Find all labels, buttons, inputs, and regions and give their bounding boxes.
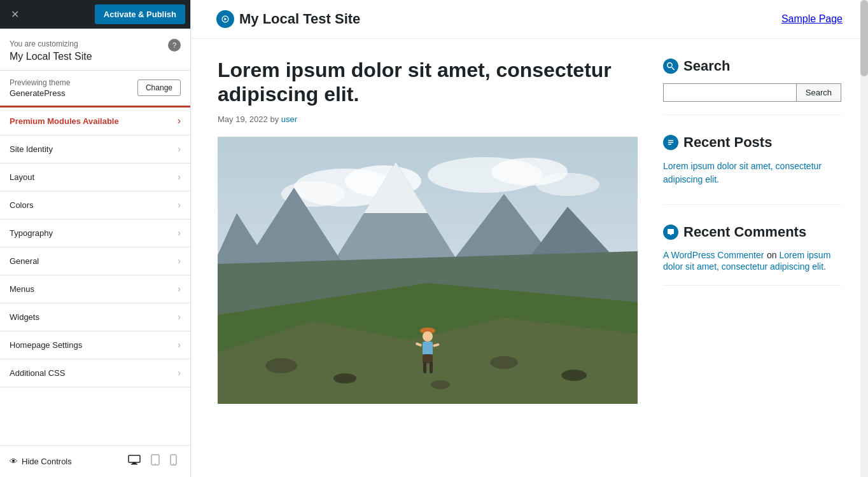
search-widget-title: Search — [663, 58, 841, 74]
device-switcher — [124, 452, 181, 471]
svg-point-25 — [490, 356, 518, 369]
site-identity-chevron-icon: › — [178, 144, 181, 154]
preview-content: Lorem ipsum dolor sit amet, consectetur … — [192, 39, 867, 423]
preview-area: My Local Test Site Sample Page Lorem ips… — [191, 0, 868, 477]
scrollbar-thumb[interactable] — [860, 0, 868, 76]
premium-chevron-icon: › — [178, 115, 181, 127]
search-input[interactable] — [663, 83, 797, 102]
recent-posts-icon — [663, 135, 678, 150]
recent-comments-icon — [663, 225, 678, 240]
sidebar-item-general[interactable]: General › — [0, 247, 190, 275]
hide-controls-button[interactable]: 👁 Hide Controls — [10, 457, 72, 466]
article-date: May 19, 2022 — [218, 114, 268, 124]
svg-point-6 — [173, 463, 174, 464]
homepage-settings-label: Homepage Settings — [10, 340, 82, 350]
recent-comments-widget: Recent Comments A WordPress Commenter on… — [663, 224, 841, 286]
search-widget-icon — [663, 59, 678, 74]
recent-comment-entry: A WordPress Commenter on Lorem ipsum dol… — [663, 249, 841, 272]
recent-posts-title-text: Recent Posts — [683, 134, 772, 151]
svg-rect-31 — [423, 354, 433, 363]
sidebar-column: Search Search Recent Posts Lorem ipsum d… — [663, 58, 841, 404]
sidebar-item-site-identity[interactable]: Site Identity › — [0, 135, 190, 163]
svg-point-23 — [265, 358, 297, 373]
svg-point-29 — [423, 331, 433, 342]
svg-rect-33 — [430, 362, 433, 373]
layout-label: Layout — [10, 172, 34, 182]
comment-on-text: on — [767, 250, 779, 260]
site-nav: Sample Page — [781, 13, 843, 25]
customizer-menu: Site Identity › Layout › Colors › Typogr… — [0, 135, 190, 387]
commenter-link[interactable]: A WordPress Commenter — [663, 250, 764, 260]
article-featured-image — [218, 137, 638, 404]
mobile-view-button[interactable] — [166, 452, 181, 471]
sidebar-item-additional-css[interactable]: Additional CSS › — [0, 359, 190, 387]
panel-header: ✕ Activate & Publish — [0, 0, 190, 29]
recent-posts-widget: Recent Posts Lorem ipsum dolor sit amet,… — [663, 134, 841, 205]
customizing-site-name: My Local Test Site — [10, 51, 92, 62]
widgets-label: Widgets — [10, 312, 39, 322]
site-title-link[interactable]: My Local Test Site — [216, 10, 360, 28]
sidebar-item-typography[interactable]: Typography › — [0, 219, 190, 247]
colors-label: Colors — [10, 200, 34, 210]
nav-sample-page[interactable]: Sample Page — [781, 13, 843, 24]
tablet-icon — [151, 455, 160, 468]
desktop-icon — [128, 455, 141, 467]
sidebar-item-menus[interactable]: Menus › — [0, 275, 190, 303]
article-title: Lorem ipsum dolor sit amet, consectetur … — [218, 58, 638, 107]
recent-post-item[interactable]: Lorem ipsum dolor sit amet, consectetur … — [663, 160, 841, 186]
activate-publish-button[interactable]: Activate & Publish — [95, 4, 185, 24]
article-author-link[interactable]: user — [281, 114, 297, 124]
svg-point-26 — [561, 370, 587, 381]
help-button[interactable]: ? — [168, 39, 181, 52]
svg-rect-32 — [423, 362, 426, 373]
close-icon: ✕ — [11, 8, 19, 20]
close-button[interactable]: ✕ — [5, 5, 24, 24]
search-widget-form: Search — [663, 83, 841, 102]
general-chevron-icon: › — [178, 256, 181, 266]
search-widget: Search Search — [663, 58, 841, 115]
layout-chevron-icon: › — [178, 172, 181, 182]
panel-footer: 👁 Hide Controls — [0, 445, 190, 477]
svg-point-13 — [536, 173, 599, 196]
customizer-panel: ✕ Activate & Publish You are customizing… — [0, 0, 191, 477]
site-identity-label: Site Identity — [10, 144, 53, 154]
site-logo-icon — [216, 10, 234, 28]
homepage-settings-chevron-icon: › — [178, 340, 181, 350]
sidebar-item-widgets[interactable]: Widgets › — [0, 303, 190, 331]
menus-chevron-icon: › — [178, 284, 181, 294]
change-theme-button[interactable]: Change — [137, 80, 181, 96]
svg-rect-2 — [131, 464, 137, 465]
svg-rect-30 — [423, 342, 433, 356]
recent-comments-title-text: Recent Comments — [683, 224, 806, 240]
additional-css-label: Additional CSS — [10, 368, 65, 378]
svg-rect-1 — [132, 462, 136, 464]
site-title-text: My Local Test Site — [239, 11, 360, 27]
article-by: by — [270, 114, 281, 124]
hide-controls-label: Hide Controls — [22, 457, 72, 466]
site-header: My Local Test Site Sample Page — [191, 0, 868, 39]
customizing-info: You are customizing My Local Test Site ? — [0, 29, 190, 71]
premium-modules-item[interactable]: Premium Modules Available › — [0, 107, 190, 135]
menus-label: Menus — [10, 284, 34, 294]
sidebar-item-layout[interactable]: Layout › — [0, 163, 190, 191]
search-title-text: Search — [683, 58, 730, 74]
theme-info: Previewing theme GeneratePress Change — [0, 71, 190, 107]
premium-modules-label: Premium Modules Available — [10, 116, 119, 126]
colors-chevron-icon: › — [178, 200, 181, 210]
sidebar-item-colors[interactable]: Colors › — [0, 191, 190, 219]
tablet-view-button[interactable] — [147, 452, 164, 471]
article-meta: May 19, 2022 by user — [218, 114, 638, 124]
general-label: General — [10, 256, 39, 266]
recent-posts-title: Recent Posts — [663, 134, 841, 151]
search-submit-button[interactable]: Search — [797, 83, 841, 102]
recent-comments-title: Recent Comments — [663, 224, 841, 240]
typography-label: Typography — [10, 228, 53, 238]
widgets-chevron-icon: › — [178, 312, 181, 322]
svg-point-24 — [333, 373, 356, 384]
mobile-icon — [170, 455, 177, 468]
eye-icon: 👁 — [10, 457, 18, 466]
main-column: Lorem ipsum dolor sit amet, consectetur … — [218, 58, 663, 404]
sidebar-item-homepage-settings[interactable]: Homepage Settings › — [0, 331, 190, 359]
svg-point-27 — [431, 380, 450, 389]
desktop-view-button[interactable] — [124, 452, 144, 471]
